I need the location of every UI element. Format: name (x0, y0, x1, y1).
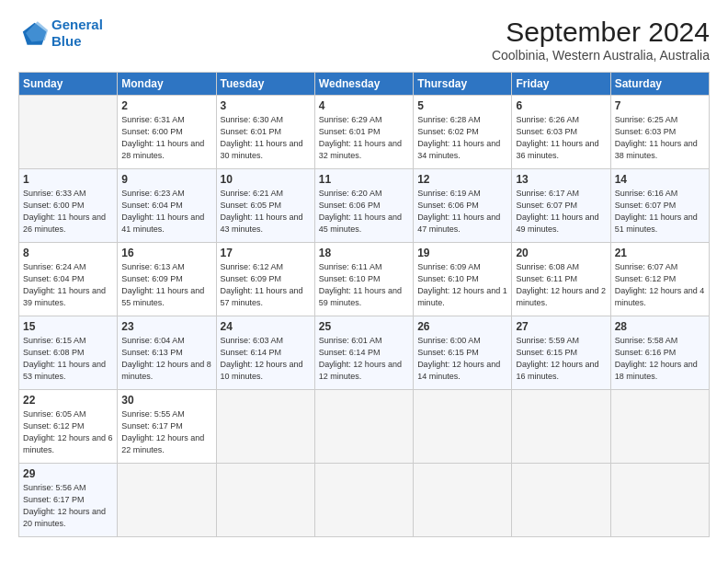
table-row: 29Sunrise: 5:56 AM Sunset: 6:17 PM Dayli… (19, 464, 118, 537)
table-row (414, 390, 512, 464)
day-info: Sunrise: 6:16 AM Sunset: 6:07 PM Dayligh… (615, 188, 705, 236)
calendar-row: 2Sunrise: 6:31 AM Sunset: 6:00 PM Daylig… (19, 96, 710, 169)
day-number: 26 (417, 320, 507, 333)
table-row: 24Sunrise: 6:03 AM Sunset: 6:14 PM Dayli… (216, 316, 314, 390)
header-sunday: Sunday (19, 73, 118, 96)
logo-blue: Blue (51, 33, 82, 49)
day-info: Sunrise: 6:13 AM Sunset: 6:09 PM Dayligh… (121, 261, 211, 309)
table-row: 6Sunrise: 6:26 AM Sunset: 6:03 PM Daylig… (512, 96, 610, 169)
header-saturday: Saturday (610, 73, 709, 96)
table-row: 18Sunrise: 6:11 AM Sunset: 6:10 PM Dayli… (314, 243, 413, 316)
calendar-row: 1Sunrise: 6:33 AM Sunset: 6:00 PM Daylig… (19, 169, 710, 243)
day-info: Sunrise: 6:25 AM Sunset: 6:03 PM Dayligh… (615, 114, 705, 162)
header-wednesday: Wednesday (314, 73, 413, 96)
table-row (19, 96, 118, 169)
table-row: 9Sunrise: 6:23 AM Sunset: 6:04 PM Daylig… (118, 169, 216, 243)
day-info: Sunrise: 6:12 AM Sunset: 6:09 PM Dayligh… (221, 261, 311, 309)
table-row (216, 390, 314, 464)
table-row: 19Sunrise: 6:09 AM Sunset: 6:10 PM Dayli… (414, 243, 512, 316)
logo: General Blue (18, 17, 103, 50)
table-row: 25Sunrise: 6:01 AM Sunset: 6:14 PM Dayli… (314, 316, 413, 390)
day-info: Sunrise: 6:21 AM Sunset: 6:05 PM Dayligh… (221, 188, 311, 236)
day-number: 1 (23, 173, 113, 186)
table-row: 13Sunrise: 6:17 AM Sunset: 6:07 PM Dayli… (512, 169, 610, 243)
logo-text: General Blue (51, 17, 103, 50)
day-info: Sunrise: 6:04 AM Sunset: 6:13 PM Dayligh… (121, 335, 211, 383)
title-block: September 2024 Coolbinia, Western Austra… (492, 17, 710, 63)
calendar-row: 15Sunrise: 6:15 AM Sunset: 6:08 PM Dayli… (19, 316, 710, 390)
table-row: 3Sunrise: 6:30 AM Sunset: 6:01 PM Daylig… (216, 96, 314, 169)
day-info: Sunrise: 6:33 AM Sunset: 6:00 PM Dayligh… (23, 188, 113, 236)
table-row: 8Sunrise: 6:24 AM Sunset: 6:04 PM Daylig… (19, 243, 118, 316)
day-number: 3 (221, 99, 311, 112)
day-info: Sunrise: 6:08 AM Sunset: 6:11 PM Dayligh… (516, 261, 606, 309)
day-number: 20 (516, 247, 606, 259)
day-info: Sunrise: 6:24 AM Sunset: 6:04 PM Dayligh… (23, 261, 113, 309)
day-number: 29 (23, 467, 113, 480)
page: General Blue September 2024 Coolbinia, W… (0, 0, 728, 563)
day-info: Sunrise: 5:56 AM Sunset: 6:17 PM Dayligh… (23, 482, 113, 530)
calendar-row: 29Sunrise: 5:56 AM Sunset: 6:17 PM Dayli… (19, 464, 710, 537)
day-info: Sunrise: 6:31 AM Sunset: 6:00 PM Dayligh… (121, 114, 211, 162)
day-number: 17 (221, 247, 311, 259)
day-info: Sunrise: 6:29 AM Sunset: 6:01 PM Dayligh… (319, 114, 409, 162)
header-thursday: Thursday (414, 73, 512, 96)
day-number: 23 (121, 320, 211, 333)
table-row: 23Sunrise: 6:04 AM Sunset: 6:13 PM Dayli… (118, 316, 216, 390)
table-row: 10Sunrise: 6:21 AM Sunset: 6:05 PM Dayli… (216, 169, 314, 243)
day-number: 4 (319, 99, 409, 112)
table-row (314, 464, 413, 537)
day-number: 16 (121, 247, 211, 259)
table-row (610, 390, 709, 464)
table-row: 2Sunrise: 6:31 AM Sunset: 6:00 PM Daylig… (118, 96, 216, 169)
day-info: Sunrise: 6:07 AM Sunset: 6:12 PM Dayligh… (615, 261, 705, 309)
calendar-row: 22Sunrise: 6:05 AM Sunset: 6:12 PM Dayli… (19, 390, 710, 464)
day-info: Sunrise: 6:28 AM Sunset: 6:02 PM Dayligh… (417, 114, 507, 162)
table-row (216, 464, 314, 537)
day-number: 7 (615, 99, 705, 112)
page-title: September 2024 (492, 17, 710, 48)
day-info: Sunrise: 6:20 AM Sunset: 6:06 PM Dayligh… (319, 188, 409, 236)
header: General Blue September 2024 Coolbinia, W… (18, 17, 710, 63)
page-subtitle: Coolbinia, Western Australia, Australia (492, 48, 710, 63)
day-info: Sunrise: 6:00 AM Sunset: 6:15 PM Dayligh… (417, 335, 507, 383)
table-row: 30Sunrise: 5:55 AM Sunset: 6:17 PM Dayli… (118, 390, 216, 464)
table-row: 12Sunrise: 6:19 AM Sunset: 6:06 PM Dayli… (414, 169, 512, 243)
day-number: 13 (516, 173, 606, 186)
header-monday: Monday (118, 73, 216, 96)
logo-general: General (51, 17, 103, 32)
table-row: 21Sunrise: 6:07 AM Sunset: 6:12 PM Dayli… (610, 243, 709, 316)
day-number: 10 (221, 173, 311, 186)
table-row: 17Sunrise: 6:12 AM Sunset: 6:09 PM Dayli… (216, 243, 314, 316)
day-number: 24 (221, 320, 311, 333)
table-row (314, 390, 413, 464)
day-info: Sunrise: 5:55 AM Sunset: 6:17 PM Dayligh… (121, 408, 211, 456)
day-number: 8 (23, 247, 113, 259)
calendar-header-row: Sunday Monday Tuesday Wednesday Thursday… (19, 73, 710, 96)
day-info: Sunrise: 6:23 AM Sunset: 6:04 PM Dayligh… (121, 188, 211, 236)
day-number: 18 (319, 247, 409, 259)
table-row: 15Sunrise: 6:15 AM Sunset: 6:08 PM Dayli… (19, 316, 118, 390)
day-info: Sunrise: 6:09 AM Sunset: 6:10 PM Dayligh… (417, 261, 507, 309)
calendar-table: Sunday Monday Tuesday Wednesday Thursday… (18, 72, 710, 537)
day-number: 12 (417, 173, 507, 186)
day-number: 27 (516, 320, 606, 333)
table-row: 5Sunrise: 6:28 AM Sunset: 6:02 PM Daylig… (414, 96, 512, 169)
table-row: 14Sunrise: 6:16 AM Sunset: 6:07 PM Dayli… (610, 169, 709, 243)
calendar-row: 8Sunrise: 6:24 AM Sunset: 6:04 PM Daylig… (19, 243, 710, 316)
day-info: Sunrise: 6:19 AM Sunset: 6:06 PM Dayligh… (417, 188, 507, 236)
day-number: 19 (417, 247, 507, 259)
table-row: 27Sunrise: 5:59 AM Sunset: 6:15 PM Dayli… (512, 316, 610, 390)
day-info: Sunrise: 6:05 AM Sunset: 6:12 PM Dayligh… (23, 408, 113, 456)
day-number: 22 (23, 394, 113, 407)
day-info: Sunrise: 5:58 AM Sunset: 6:16 PM Dayligh… (615, 335, 705, 383)
day-number: 9 (121, 173, 211, 186)
table-row: 20Sunrise: 6:08 AM Sunset: 6:11 PM Dayli… (512, 243, 610, 316)
day-number: 30 (121, 394, 211, 407)
day-number: 6 (516, 99, 606, 112)
day-info: Sunrise: 6:11 AM Sunset: 6:10 PM Dayligh… (319, 261, 409, 309)
table-row: 11Sunrise: 6:20 AM Sunset: 6:06 PM Dayli… (314, 169, 413, 243)
table-row (512, 464, 610, 537)
logo-icon (18, 18, 48, 48)
day-number: 25 (319, 320, 409, 333)
